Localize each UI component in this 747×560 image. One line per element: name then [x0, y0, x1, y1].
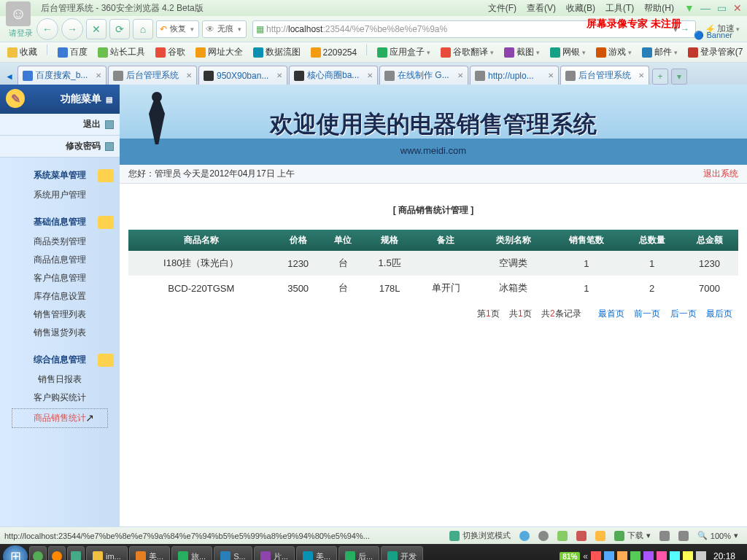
bookmark-item[interactable]: 应用盒子 ▾ [374, 44, 433, 60]
switch-mode[interactable]: 切换浏览模式 [445, 530, 515, 541]
pager-prev[interactable]: 前一页 [634, 308, 660, 319]
sidebar-exit[interactable]: 退出 [0, 114, 120, 136]
sidebar-link[interactable]: 库存信息设置 [0, 287, 120, 306]
forward-button[interactable]: → [61, 18, 83, 40]
bookmark-item[interactable]: 网银 ▾ [547, 44, 589, 60]
incognito-dropdown[interactable]: 👁无痕▾ [202, 20, 247, 38]
bookmark-item[interactable]: 站长工具 [95, 44, 148, 60]
bookmark-item[interactable]: 收藏 [4, 44, 40, 60]
tray-icon[interactable] [657, 551, 667, 560]
new-tab-button[interactable]: + [652, 69, 668, 85]
quick-launch[interactable] [48, 546, 66, 560]
status-globe-icon[interactable] [515, 531, 534, 541]
reload-button[interactable]: ⟳ [109, 19, 130, 39]
bookmark-item[interactable]: 2209254 [308, 44, 360, 60]
tray-volume-icon[interactable] [696, 551, 706, 560]
skin-icon[interactable]: ▼ [684, 3, 694, 13]
taskbar-button[interactable]: 片... [254, 546, 295, 560]
menu-view[interactable]: 查看(V) [524, 1, 559, 16]
status-popup-icon[interactable] [591, 531, 610, 541]
sidebar-group-title[interactable]: 系统菜单管理 [0, 165, 120, 186]
sidebar-link[interactable]: 销售日报表 [0, 370, 120, 389]
close-icon[interactable]: ✕ [732, 3, 743, 13]
status-shield-icon[interactable] [553, 531, 572, 541]
bookmark-item[interactable]: 登录管家(7) ▾ [685, 44, 743, 60]
download-button[interactable]: 下载▾ [610, 530, 655, 541]
quick-launch[interactable] [29, 546, 47, 560]
taskbar-button[interactable]: 后... [338, 546, 379, 560]
status-mute-icon[interactable] [534, 531, 553, 541]
sidebar-link[interactable]: 商品类别管理 [0, 233, 120, 251]
sidebar-header[interactable]: 功能菜单▤ [0, 85, 120, 114]
taskbar-button[interactable]: 美... [129, 546, 170, 560]
browser-tab[interactable]: http://uplo...✕ [470, 66, 559, 85]
menu-favorites[interactable]: 收藏(B) [563, 1, 598, 16]
tray-expand-icon[interactable]: « [583, 551, 588, 560]
sidebar-link[interactable]: 系统用户管理 [0, 186, 120, 204]
tray-icon[interactable] [683, 551, 693, 560]
tray-icon[interactable] [630, 551, 640, 560]
browser-tab[interactable]: 后台管理系统✕ [108, 66, 197, 85]
sidebar-group-title[interactable]: 综合信息管理 [0, 349, 120, 370]
tray-icon[interactable] [643, 551, 654, 560]
menu-help[interactable]: 帮助(H) [641, 1, 677, 16]
bookmark-item[interactable]: 谷歌 [152, 44, 188, 60]
sidebar-link[interactable]: 商品信息管理 [0, 251, 120, 269]
sidebar-change-password[interactable]: 修改密码 [0, 136, 120, 158]
taskbar-button[interactable]: 旅... [171, 546, 212, 560]
clock[interactable]: 20:18 [709, 551, 740, 560]
tray-icon[interactable] [670, 551, 680, 560]
tab-menu-button[interactable]: ▾ [671, 69, 687, 85]
battery-indicator[interactable]: 81% [560, 552, 580, 561]
bookmark-item[interactable]: 网址大全 [193, 44, 246, 60]
sidebar-link[interactable]: 销售退货列表 [0, 324, 120, 342]
taskbar-button[interactable]: im... [86, 546, 128, 560]
bookmark-item[interactable]: 邮件 ▾ [639, 44, 681, 60]
bookmark-item[interactable]: 游戏 ▾ [593, 44, 635, 60]
tab-close-icon[interactable]: ✕ [548, 71, 554, 79]
tab-scroll-left[interactable]: ◄ [3, 69, 16, 85]
pager-last[interactable]: 最后页 [706, 308, 732, 319]
tab-close-icon[interactable]: ✕ [638, 71, 644, 79]
quick-launch[interactable] [67, 546, 85, 560]
minimize-icon[interactable]: — [700, 3, 711, 13]
browser-tab[interactable]: 在线制作 G...✕ [379, 66, 468, 85]
restore-dropdown[interactable]: ↶恢复▾ [156, 20, 199, 38]
tray-icon[interactable] [617, 551, 627, 560]
maximize-icon[interactable]: ▭ [716, 3, 727, 13]
bookmark-item[interactable]: 截图 ▾ [501, 44, 543, 60]
zoom-control[interactable]: 🔍 100% ▾ [693, 531, 743, 540]
user-avatar-icon[interactable]: ☺ [6, 1, 31, 26]
taskbar-button[interactable]: 开发 [381, 546, 423, 560]
browser-tab[interactable]: 950X90ban...✕ [198, 66, 287, 85]
sidebar-link[interactable]: 销售管理列表 [0, 306, 120, 324]
tab-close-icon[interactable]: ✕ [457, 71, 463, 79]
login-label[interactable]: 请登录 [9, 28, 33, 39]
sidebar-link[interactable]: 客户信息管理 [0, 269, 120, 287]
sidebar-group-title[interactable]: 基础信息管理 [0, 211, 120, 233]
tab-close-icon[interactable]: ✕ [276, 71, 282, 79]
back-button[interactable]: ← [36, 18, 58, 40]
banner-widget[interactable]: 🔵 Banner [694, 31, 732, 40]
stop-button[interactable]: ✕ [86, 19, 107, 39]
home-button[interactable]: ⌂ [133, 19, 153, 39]
status-repair-icon[interactable] [674, 531, 693, 541]
browser-tab[interactable]: 后台管理系统✕ [560, 66, 649, 85]
taskbar-button[interactable]: S... [214, 546, 252, 560]
logout-link[interactable]: 退出系统 [703, 168, 738, 180]
browser-tab[interactable]: 核心商圈ba...✕ [289, 66, 378, 85]
taskbar-button[interactable]: 美... [296, 546, 337, 560]
status-adblock-icon[interactable] [572, 531, 591, 541]
pager-first[interactable]: 最首页 [598, 308, 624, 319]
start-button[interactable]: ⊞ [3, 545, 28, 560]
sidebar-link[interactable]: 客户购买统计 [0, 389, 120, 407]
pager-next[interactable]: 后一页 [670, 308, 697, 319]
tray-icon[interactable] [591, 551, 601, 560]
status-cleanup-icon[interactable] [655, 531, 674, 541]
bookmark-item[interactable]: 数据流图 [250, 44, 303, 60]
tab-close-icon[interactable]: ✕ [367, 71, 373, 79]
menu-tools[interactable]: 工具(T) [603, 1, 637, 16]
sidebar-link[interactable]: 商品销售统计 [12, 408, 108, 428]
browser-tab[interactable]: 百度搜索_b...✕ [18, 66, 107, 85]
tab-close-icon[interactable]: ✕ [96, 71, 101, 79]
